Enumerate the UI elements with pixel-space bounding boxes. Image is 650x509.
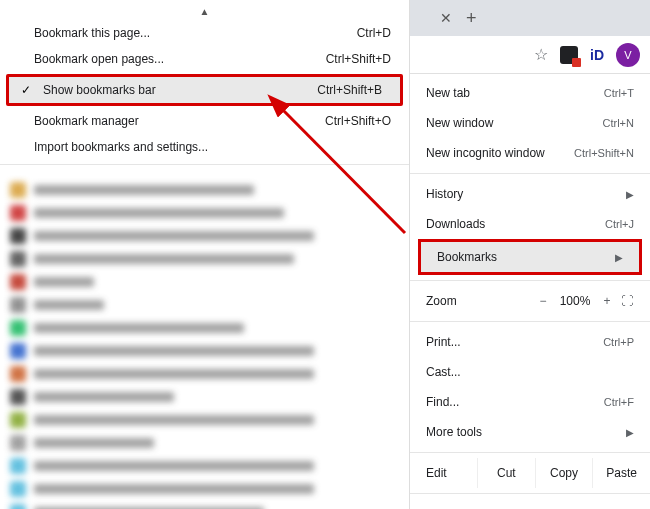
bookmark-star-icon[interactable]: ☆: [534, 45, 548, 64]
chrome-main-menu: New tab Ctrl+T New window Ctrl+N New inc…: [410, 74, 650, 509]
menu-label: Show bookmarks bar: [43, 83, 317, 97]
downloads-item[interactable]: Downloads Ctrl+J: [410, 209, 650, 239]
menu-divider: [410, 321, 650, 322]
bookmark-this-page-item[interactable]: Bookmark this page... Ctrl+D: [0, 20, 409, 46]
tab-strip: ✕ +: [410, 0, 650, 36]
edit-label: Edit: [410, 458, 477, 488]
menu-shortcut: Ctrl+Shift+B: [317, 83, 382, 97]
show-bookmarks-bar-item[interactable]: ✓ Show bookmarks bar Ctrl+Shift+B: [9, 77, 400, 103]
find-item[interactable]: Find... Ctrl+F: [410, 387, 650, 417]
extension-id-icon[interactable]: iD: [590, 47, 604, 63]
new-tab-item[interactable]: New tab Ctrl+T: [410, 78, 650, 108]
menu-shortcut: Ctrl+Shift+O: [325, 114, 391, 128]
menu-divider: [410, 493, 650, 494]
menu-label: Bookmark manager: [34, 114, 325, 128]
print-item[interactable]: Print... Ctrl+P: [410, 327, 650, 357]
paste-button[interactable]: Paste: [592, 458, 650, 488]
cast-item[interactable]: Cast...: [410, 357, 650, 387]
copy-button[interactable]: Copy: [535, 458, 593, 488]
toolbar: ☆ iD V: [410, 36, 650, 74]
menu-label: Bookmark this page...: [34, 26, 357, 40]
zoom-value: 100%: [554, 294, 596, 308]
browser-main-menu-pane: ✕ + ☆ iD V New tab Ctrl+T New window Ctr…: [410, 0, 650, 509]
settings-item[interactable]: Settings: [410, 499, 650, 509]
menu-shortcut: Ctrl+Shift+D: [326, 52, 391, 66]
bookmarks-submenu: ▲ Bookmark this page... Ctrl+D Bookmark …: [0, 0, 409, 165]
menu-divider: [0, 164, 409, 165]
chevron-right-icon: ▶: [626, 427, 634, 438]
menu-shortcut: Ctrl+D: [357, 26, 391, 40]
extension-icon[interactable]: [560, 46, 578, 64]
chevron-right-icon: ▶: [615, 252, 623, 263]
edit-row: Edit Cut Copy Paste: [410, 458, 650, 488]
chevron-right-icon: ▶: [626, 189, 634, 200]
history-item[interactable]: History ▶: [410, 179, 650, 209]
scroll-up-icon[interactable]: ▲: [0, 6, 409, 20]
zoom-out-button[interactable]: −: [532, 294, 554, 308]
cut-button[interactable]: Cut: [477, 458, 535, 488]
menu-label: Bookmark open pages...: [34, 52, 326, 66]
zoom-in-button[interactable]: +: [596, 294, 618, 308]
bookmarks-item[interactable]: Bookmarks ▶: [421, 242, 639, 272]
fullscreen-icon[interactable]: ⛶: [618, 294, 636, 308]
menu-divider: [410, 452, 650, 453]
bookmark-manager-item[interactable]: Bookmark manager Ctrl+Shift+O: [0, 108, 409, 134]
import-bookmarks-item[interactable]: Import bookmarks and settings...: [0, 134, 409, 160]
check-icon: ✓: [21, 83, 31, 97]
menu-divider: [410, 280, 650, 281]
new-incognito-item[interactable]: New incognito window Ctrl+Shift+N: [410, 138, 650, 168]
blurred-bookmarks-list: [0, 169, 409, 509]
annotation-red-box-bookmarks: Bookmarks ▶: [418, 239, 642, 275]
zoom-row: Zoom − 100% + ⛶: [410, 286, 650, 316]
menu-label: Import bookmarks and settings...: [34, 140, 391, 154]
bookmarks-submenu-pane: ▲ Bookmark this page... Ctrl+D Bookmark …: [0, 0, 410, 509]
avatar[interactable]: V: [616, 43, 640, 67]
more-tools-item[interactable]: More tools ▶: [410, 417, 650, 447]
new-window-item[interactable]: New window Ctrl+N: [410, 108, 650, 138]
new-tab-icon[interactable]: +: [466, 8, 477, 29]
bookmark-open-pages-item[interactable]: Bookmark open pages... Ctrl+Shift+D: [0, 46, 409, 72]
annotation-red-box-submenu: ✓ Show bookmarks bar Ctrl+Shift+B: [6, 74, 403, 106]
menu-divider: [410, 173, 650, 174]
close-tab-icon[interactable]: ✕: [440, 10, 452, 26]
